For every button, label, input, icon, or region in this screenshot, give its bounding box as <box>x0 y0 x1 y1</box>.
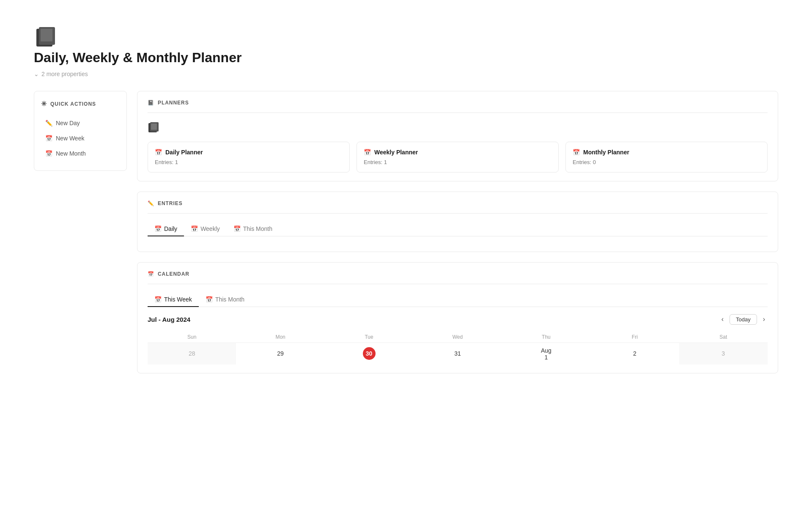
day-number-29: 29 <box>274 347 287 360</box>
more-properties-label: 2 more properties <box>41 71 88 77</box>
new-month-button[interactable]: 📅 New Month <box>41 147 120 160</box>
calendar-month-icon: 📅 <box>45 150 52 157</box>
calendar-cell-2[interactable]: 2 <box>590 343 679 365</box>
quick-actions-header: ✳ QUICK ACTIONS <box>41 100 120 108</box>
more-properties-toggle[interactable]: ⌄ 2 more properties <box>34 71 778 77</box>
planner-icon <box>148 121 768 135</box>
calendar-cell-29[interactable]: 29 <box>236 343 324 365</box>
calendar-cell-31[interactable]: 31 <box>413 343 502 365</box>
day-number-2: 2 <box>628 347 641 360</box>
daily-tab-icon: 📅 <box>154 225 162 232</box>
app-logo-icon <box>34 25 57 48</box>
monthly-planner-card[interactable]: 📅 Monthly Planner Entries: 0 <box>565 142 768 173</box>
calendar-cell-aug1[interactable]: Aug 1 <box>502 343 590 365</box>
day-number-31: 31 <box>451 347 464 360</box>
day-mon: Mon <box>236 332 324 343</box>
new-week-button[interactable]: 📅 New Week <box>41 132 120 145</box>
day-number-30: 30 <box>363 347 376 360</box>
weekly-planner-icon: 📅 <box>364 149 371 156</box>
tab-weekly[interactable]: 📅 Weekly <box>184 222 227 236</box>
calendar-row: 28 29 30 31 Aug 1 <box>148 343 768 365</box>
page-title: Daily, Weekly & Monthly Planner <box>34 50 778 66</box>
day-number-3: 3 <box>717 347 730 360</box>
notebook-icon: 📓 <box>148 100 154 106</box>
entries-tabs: 📅 Daily 📅 Weekly 📅 This Month <box>148 222 768 236</box>
tab-this-week[interactable]: 📅 This Week <box>148 293 199 307</box>
calendar-days-header: Sun Mon Tue Wed Thu Fri Sat <box>148 332 768 343</box>
prev-arrow[interactable]: ‹ <box>719 314 726 325</box>
this-month-cal-tab-icon: 📅 <box>206 296 213 303</box>
planners-header: 📓 PLANNERS <box>148 100 768 113</box>
entries-header: ✏️ ENTRIES <box>148 200 768 214</box>
chevron-down-icon: ⌄ <box>34 71 39 77</box>
svg-rect-5 <box>151 123 157 130</box>
calendar-header: 📅 CALENDAR <box>148 271 768 284</box>
calendar-section-icon: 📅 <box>148 271 154 277</box>
planners-section: 📓 PLANNERS 📅 Daily Planner Entries: 1 <box>137 91 778 181</box>
calendar-controls: ‹ Today › <box>719 314 768 325</box>
entries-section: ✏️ ENTRIES 📅 Daily 📅 Weekly 📅 This Month <box>137 192 778 252</box>
calendar-cell-28[interactable]: 28 <box>148 343 236 365</box>
calendar-week-icon: 📅 <box>45 135 52 142</box>
tab-this-month-cal[interactable]: 📅 This Month <box>199 293 251 307</box>
day-number-aug1: Aug 1 <box>540 348 552 360</box>
sparkle-icon: ✳ <box>41 100 47 108</box>
calendar-tabs: 📅 This Week 📅 This Month <box>148 293 768 307</box>
calendar-nav-title: Jul - Aug 2024 <box>148 316 190 323</box>
tab-daily[interactable]: 📅 Daily <box>148 222 184 236</box>
monthly-planner-entries: Entries: 0 <box>573 159 760 165</box>
day-fri: Fri <box>590 332 679 343</box>
app-logo-container <box>34 25 778 50</box>
calendar-section: 📅 CALENDAR 📅 This Week 📅 This Month Jul … <box>137 262 778 373</box>
calendar-grid: Sun Mon Tue Wed Thu Fri Sat 28 <box>148 332 768 364</box>
weekly-planner-card[interactable]: 📅 Weekly Planner Entries: 1 <box>357 142 559 173</box>
monthly-planner-icon: 📅 <box>573 149 580 156</box>
quick-actions-panel: ✳ QUICK ACTIONS ✏️ New Day 📅 New Week 📅 … <box>34 91 127 171</box>
daily-planner-card[interactable]: 📅 Daily Planner Entries: 1 <box>148 142 350 173</box>
next-arrow[interactable]: › <box>760 314 768 325</box>
daily-planner-entries: Entries: 1 <box>155 159 343 165</box>
calendar-cell-30[interactable]: 30 <box>325 343 413 365</box>
pencil-entries-icon: ✏️ <box>148 200 154 206</box>
weekly-planner-entries: Entries: 1 <box>364 159 551 165</box>
today-button[interactable]: Today <box>730 314 757 325</box>
day-thu: Thu <box>502 332 590 343</box>
this-week-tab-icon: 📅 <box>154 296 162 303</box>
calendar-cell-3[interactable]: 3 <box>679 343 768 365</box>
day-sat: Sat <box>679 332 768 343</box>
svg-rect-2 <box>41 29 52 41</box>
tab-this-month[interactable]: 📅 This Month <box>227 222 279 236</box>
day-sun: Sun <box>148 332 236 343</box>
pencil-icon: ✏️ <box>45 120 52 126</box>
day-tue: Tue <box>325 332 413 343</box>
day-wed: Wed <box>413 332 502 343</box>
day-number-28: 28 <box>186 347 198 360</box>
new-day-button[interactable]: ✏️ New Day <box>41 116 120 130</box>
daily-planner-icon: 📅 <box>155 149 162 156</box>
weekly-tab-icon: 📅 <box>191 225 198 232</box>
month-tab-icon: 📅 <box>233 225 241 232</box>
calendar-nav: Jul - Aug 2024 ‹ Today › <box>148 314 768 325</box>
